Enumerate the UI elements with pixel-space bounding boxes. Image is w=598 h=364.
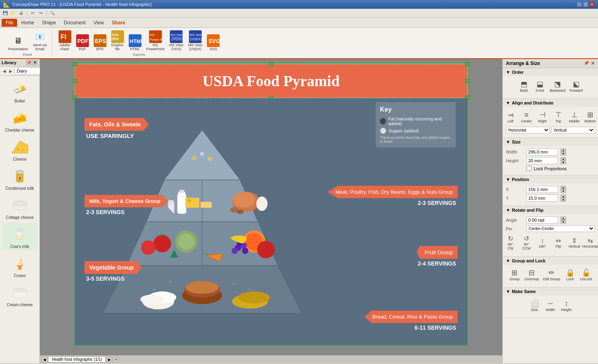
height-up[interactable]: ▲ bbox=[561, 157, 566, 161]
angle-up[interactable]: ▲ bbox=[561, 216, 566, 220]
align-top-btn[interactable]: ⊤ Top bbox=[551, 109, 566, 124]
handle-tl[interactable] bbox=[73, 62, 77, 66]
right-panel-pin[interactable]: 📌 bbox=[584, 61, 589, 66]
order-forward-btn[interactable]: ⬕ Forward bbox=[568, 79, 584, 94]
x-up[interactable]: ▲ bbox=[561, 186, 566, 189]
ribbon-send-email[interactable]: 📧 Send viaEmail bbox=[31, 30, 49, 52]
menu-file[interactable]: File bbox=[2, 19, 17, 27]
angle-down[interactable]: ▼ bbox=[561, 220, 566, 224]
order-back-btn[interactable]: ⬒ Back bbox=[517, 79, 531, 94]
lib-item-condensed[interactable]: 🥫 Condensed milk bbox=[2, 165, 38, 192]
ribbon-eps[interactable]: EPS EPS bbox=[92, 33, 108, 52]
align-right-btn[interactable]: ⊣ Right bbox=[535, 109, 550, 124]
horizontal-dropdown[interactable]: Horizontal bbox=[506, 127, 550, 134]
makesame-header[interactable]: ▼ Make Same bbox=[503, 287, 598, 295]
close-button[interactable]: ✕ bbox=[589, 2, 595, 7]
unlock-btn[interactable]: 🔓 UnLock bbox=[579, 267, 594, 282]
align-header[interactable]: ▼ Align and Distribute bbox=[503, 99, 598, 107]
ungroup-btn[interactable]: ⊟ UnGroup bbox=[523, 267, 540, 282]
rotate-header[interactable]: ▼ Rotate and Flip bbox=[503, 206, 598, 214]
edit-group-btn[interactable]: ✏ Edit Group bbox=[542, 267, 561, 282]
library-back[interactable]: ◀ bbox=[2, 69, 7, 74]
menu-shape[interactable]: Shape bbox=[38, 19, 60, 27]
page-prev[interactable]: ◀ bbox=[41, 357, 47, 362]
page-add[interactable]: + bbox=[113, 357, 118, 362]
lib-item-cheddar[interactable]: 🧀 Cheddar cheese bbox=[2, 106, 38, 134]
qa-search[interactable]: 🔍 bbox=[49, 10, 56, 17]
flip-vertical-btn[interactable]: ⇕ Vertical bbox=[567, 236, 582, 250]
group-header[interactable]: ▼ Group and Lock bbox=[503, 257, 598, 265]
ribbon-html[interactable]: HTML HTML bbox=[127, 33, 143, 52]
library-forward[interactable]: ▶ bbox=[8, 69, 14, 74]
library-close[interactable]: ✕ bbox=[32, 60, 38, 65]
vertical-dropdown[interactable]: Vertical bbox=[551, 127, 595, 134]
ribbon-visio-vdx[interactable]: MS Visio(VDX) MS Visio(VDX) bbox=[168, 30, 185, 52]
width-input[interactable] bbox=[526, 148, 558, 155]
align-center-btn[interactable]: ≡ Center bbox=[519, 110, 534, 124]
ribbon-pdf[interactable]: PDF PDF bbox=[75, 33, 90, 52]
ribbon-visio-vsdx[interactable]: MS Visio(VSDX) MS Visio(VSDX) bbox=[187, 30, 204, 52]
pin-dropdown[interactable]: Center-Center bbox=[526, 225, 595, 232]
y-input[interactable] bbox=[526, 195, 558, 202]
same-size-btn[interactable]: ⬜ Size bbox=[527, 298, 542, 313]
lib-item-cowsmilk[interactable]: 🥛 Cow's milk bbox=[2, 223, 38, 250]
order-backward-btn[interactable]: ⬔ Backward bbox=[549, 79, 567, 94]
rotate-180-btn[interactable]: ↕ 180° bbox=[535, 236, 550, 250]
y-down[interactable]: ▼ bbox=[561, 198, 566, 202]
right-panel-close[interactable]: ✕ bbox=[591, 61, 595, 66]
x-down[interactable]: ▼ bbox=[561, 189, 566, 193]
library-pin[interactable]: 📌 bbox=[26, 60, 31, 65]
width-up[interactable]: ▲ bbox=[561, 148, 566, 152]
page-next[interactable]: ▶ bbox=[106, 357, 112, 362]
qa-open[interactable]: 📁 bbox=[10, 10, 17, 17]
qa-print[interactable]: 🖨 bbox=[18, 10, 25, 17]
lock-btn[interactable]: 🔒 Lock bbox=[563, 267, 577, 282]
minimize-button[interactable]: − bbox=[576, 2, 582, 7]
angle-input[interactable] bbox=[526, 216, 558, 224]
maximize-button[interactable]: □ bbox=[583, 2, 588, 7]
ribbon-adobe-flash[interactable]: Fl AdobeFlash bbox=[57, 30, 73, 52]
menu-document[interactable]: Document bbox=[60, 19, 90, 27]
handle-mr[interactable] bbox=[465, 79, 469, 83]
menu-view[interactable]: View bbox=[90, 19, 108, 27]
handle-tr[interactable] bbox=[465, 62, 469, 66]
lib-item-butter[interactable]: 🧈 Butter bbox=[2, 77, 38, 105]
align-bottom-btn[interactable]: ⊞ Bottom bbox=[583, 109, 598, 124]
group-btn[interactable]: ⊞ Group bbox=[507, 267, 521, 282]
fruit-subtext: 2-4 SERVINGS bbox=[327, 259, 458, 267]
size-header[interactable]: ▼ Size bbox=[503, 138, 598, 146]
qa-redo[interactable]: ↪ bbox=[37, 10, 44, 17]
align-left-btn[interactable]: ⫤ Left bbox=[504, 110, 518, 124]
ribbon-powerpoint[interactable]: MSPower-Point MSPowerPoint bbox=[145, 30, 166, 52]
rotate-cw-btn[interactable]: ↻ 90° CW bbox=[504, 234, 518, 252]
flip-horizontal-btn[interactable]: ⇆ Horizontal bbox=[583, 236, 598, 250]
flip-btn[interactable]: ⇔ Flip bbox=[551, 236, 566, 250]
align-middle-btn[interactable]: ⊥ Middle bbox=[567, 109, 582, 124]
ribbon-graphic[interactable]: Gra-phic Graphicfile bbox=[110, 30, 126, 52]
order-header[interactable]: ▼ Order bbox=[503, 68, 598, 76]
qa-undo[interactable]: ↩ bbox=[29, 10, 36, 17]
width-down[interactable]: ▼ bbox=[561, 152, 566, 155]
lib-item-creamcheese[interactable]: Cream cheese bbox=[2, 281, 38, 309]
canvas-scroll[interactable]: USDA Food Pyramid bbox=[40, 59, 502, 355]
position-header[interactable]: ▼ Position bbox=[503, 175, 598, 183]
lib-item-cheese[interactable]: Cheese bbox=[2, 136, 38, 163]
ribbon-presentation[interactable]: 🖥 Presentation bbox=[6, 33, 30, 52]
qa-save[interactable]: 💾 bbox=[2, 10, 9, 17]
same-width-btn[interactable]: ↔ Width bbox=[543, 298, 558, 313]
lock-checkbox[interactable] bbox=[526, 166, 531, 171]
menu-share[interactable]: Share bbox=[108, 19, 129, 27]
rotate-ccw-btn[interactable]: ↺ 90° CCW bbox=[519, 234, 534, 252]
height-down[interactable]: ▼ bbox=[561, 161, 566, 164]
x-input[interactable] bbox=[526, 186, 558, 193]
menu-home[interactable]: Home bbox=[17, 19, 38, 27]
height-input[interactable] bbox=[526, 157, 558, 164]
handle-tm[interactable] bbox=[269, 62, 273, 66]
ribbon-svg[interactable]: SVG SVG bbox=[205, 33, 221, 52]
lib-item-cream[interactable]: 🍦 Cream bbox=[2, 252, 38, 279]
same-height-btn[interactable]: ↕ Height bbox=[559, 298, 574, 313]
order-front-btn[interactable]: ⬓ Front bbox=[533, 79, 547, 94]
lib-item-cottage[interactable]: Cottage cheese bbox=[2, 194, 38, 221]
y-up[interactable]: ▲ bbox=[561, 195, 566, 198]
handle-ml[interactable] bbox=[73, 79, 77, 83]
